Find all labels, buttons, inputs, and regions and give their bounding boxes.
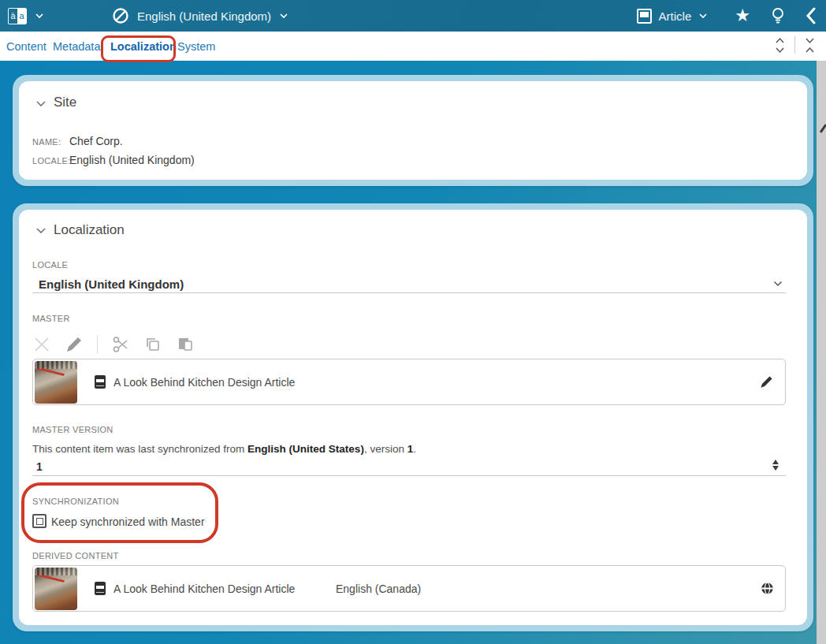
- collapse-chevron-icon[interactable]: [35, 227, 47, 235]
- derived-content-item-row[interactable]: A Look Behind Kitchen Design Article Eng…: [32, 565, 786, 612]
- chevron-down-icon[interactable]: [35, 11, 44, 20]
- clear-icon[interactable]: [32, 335, 51, 354]
- section-title: Site: [54, 95, 76, 110]
- copy-icon[interactable]: [143, 335, 162, 354]
- master-item-title: A Look Behind Kitchen Design Article: [113, 376, 295, 389]
- locale-selector-label: English (United Kingdom): [137, 9, 271, 23]
- article-doc-icon: [95, 582, 106, 595]
- site-name-value: Chef Corp.: [69, 135, 123, 147]
- keep-synchronized-checkbox-label: Keep synchronized with Master: [51, 516, 205, 528]
- chevron-down-icon: [698, 11, 708, 20]
- derived-item-title: A Look Behind Kitchen Design Article: [113, 583, 295, 595]
- site-section: Site NAME: Chef Corp. LOCALE: English (U…: [13, 75, 813, 186]
- edit-pencil-icon[interactable]: [759, 374, 774, 389]
- content-type-selector[interactable]: Article: [637, 9, 709, 24]
- tab-bar: Content Metadata Localization System: [0, 32, 826, 61]
- localization-section: Localization LOCALE English (United King…: [13, 203, 813, 631]
- edit-pencil-icon[interactable]: [65, 335, 84, 354]
- article-doc-icon: [95, 375, 106, 389]
- locale-select-value[interactable]: English (United Kingdom): [39, 277, 184, 291]
- collapse-chevron-icon[interactable]: [35, 100, 47, 108]
- back-chevron-icon[interactable]: [806, 7, 817, 24]
- site-locale-value: English (United Kingdom): [69, 154, 195, 166]
- section-title: Localization: [54, 222, 125, 238]
- site-name-label: NAME:: [32, 137, 61, 147]
- globe-icon[interactable]: [761, 582, 774, 595]
- block-icon: [112, 7, 129, 24]
- kitchen-thumbnail: [35, 361, 77, 404]
- lightbulb-icon[interactable]: [771, 7, 785, 24]
- annotation-box-synchronization: [21, 482, 218, 543]
- master-version-underline: [32, 475, 786, 476]
- divider: [97, 335, 98, 354]
- locale-select-underline: [32, 292, 786, 293]
- derived-item-locale: English (Canada): [336, 583, 421, 595]
- kitchen-thumbnail: [35, 568, 77, 610]
- master-version-helper: This content item was last synchronized …: [32, 443, 416, 455]
- chevron-down-icon[interactable]: [773, 281, 783, 287]
- tab-metadata[interactable]: Metadata: [53, 40, 100, 53]
- cursor-mark: [820, 124, 826, 133]
- scrollbar[interactable]: [817, 61, 826, 644]
- content-type-label: Article: [659, 9, 692, 23]
- paste-icon[interactable]: [176, 335, 195, 354]
- top-bar: à a English (United Kingdom) Article ★: [0, 0, 826, 32]
- locale-selector[interactable]: English (United Kingdom): [112, 7, 288, 24]
- cut-scissors-icon[interactable]: [111, 335, 130, 354]
- master-field-label: MASTER: [32, 314, 70, 323]
- keep-synchronized-checkbox[interactable]: [32, 514, 47, 528]
- tab-localization[interactable]: Localization: [110, 40, 177, 53]
- synchronization-label: SYNCHRONIZATION: [32, 497, 119, 506]
- master-item-row[interactable]: A Look Behind Kitchen Design Article: [32, 359, 786, 405]
- translate-icon-left: à: [9, 9, 17, 24]
- divider: [794, 36, 795, 54]
- expand-collapse-all-icon[interactable]: [805, 37, 815, 54]
- number-stepper-icon[interactable]: [772, 460, 779, 471]
- tab-system[interactable]: System: [177, 40, 215, 53]
- site-locale-label: LOCALE:: [32, 156, 71, 166]
- star-icon[interactable]: ★: [735, 7, 750, 24]
- tab-content[interactable]: Content: [6, 40, 47, 53]
- locale-field-label: LOCALE: [32, 260, 68, 270]
- chevron-down-icon: [279, 11, 288, 20]
- collapse-expand-all-icon[interactable]: [775, 37, 785, 54]
- translate-icon[interactable]: à a: [8, 8, 27, 24]
- master-version-input[interactable]: 1: [36, 460, 43, 473]
- translate-icon-right: a: [17, 9, 26, 24]
- master-version-label: MASTER VERSION: [32, 425, 113, 434]
- master-toolbar: [32, 334, 195, 355]
- article-icon: [637, 9, 652, 24]
- derived-content-label: DERIVED CONTENT: [32, 551, 119, 560]
